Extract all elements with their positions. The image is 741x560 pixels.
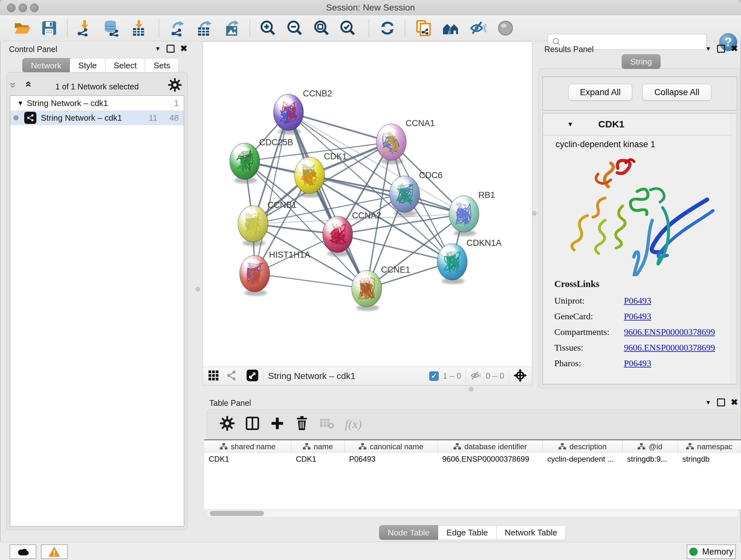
first-neighbors-button[interactable] xyxy=(442,19,460,37)
edge-HIST1H1A-CCNE1[interactable] xyxy=(255,273,367,289)
selected-checkbox[interactable]: ✓ xyxy=(429,371,439,381)
crosslink-link[interactable]: P06493 xyxy=(624,296,651,306)
node-RB1[interactable] xyxy=(449,196,479,232)
network-collection-row[interactable]: ▼ String Network – cdk1 1 xyxy=(10,96,184,111)
table-cell[interactable]: cyclin-dependent ... xyxy=(543,453,623,465)
crosslink-link[interactable]: P06493 xyxy=(624,358,651,368)
cloud-status-button[interactable] xyxy=(10,544,37,559)
network-list-icon[interactable] xyxy=(226,370,237,382)
node-CDC25B[interactable] xyxy=(230,143,260,179)
close-panel-icon[interactable]: ✖ xyxy=(731,399,738,406)
crosslink-link[interactable]: P06493 xyxy=(624,311,651,321)
splitter-handle[interactable] xyxy=(196,287,200,292)
warning-icon xyxy=(49,547,60,557)
edge-CCNA2-CDKN1A[interactable] xyxy=(338,234,452,262)
column-header-canonical-name[interactable]: canonical name xyxy=(345,440,438,453)
status-bar: Memory xyxy=(0,542,741,560)
table-cell[interactable]: stringdb xyxy=(678,453,741,465)
zoom-fit-button[interactable] xyxy=(313,19,331,37)
cdk1-header[interactable]: ▼ CDK1 xyxy=(543,113,737,135)
panel-menu-icon[interactable]: ▼ xyxy=(705,45,711,52)
show-graphics-details-button[interactable] xyxy=(496,19,515,37)
network-row[interactable]: String Network – cdk1 11 48 xyxy=(10,111,184,125)
clone-network-button[interactable] xyxy=(414,19,432,37)
hide-selected-button[interactable] xyxy=(469,19,487,37)
table-cell[interactable]: stringdb:9... xyxy=(623,453,678,465)
save-session-button[interactable] xyxy=(40,19,58,37)
table-row[interactable]: CDK1CDK1P064939606.ENSP00000378699cyclin… xyxy=(204,453,741,465)
table-hscrollbar[interactable] xyxy=(207,509,739,517)
close-panel-icon[interactable]: ✖ xyxy=(180,46,188,52)
column-header-name[interactable]: name xyxy=(291,440,345,453)
panel-menu-icon[interactable]: ▼ xyxy=(155,45,161,52)
show-columns-icon[interactable] xyxy=(246,416,259,432)
column-header-shared-name[interactable]: shared name xyxy=(204,440,291,453)
float-panel-icon[interactable] xyxy=(166,45,175,53)
tab-sets[interactable]: Sets xyxy=(145,58,179,73)
import-table-from-file-button[interactable] xyxy=(130,19,147,37)
open-session-button[interactable] xyxy=(13,19,30,37)
tab-node-table[interactable]: Node Table xyxy=(379,525,438,540)
grid-view-icon[interactable] xyxy=(208,370,219,382)
tree-expander-icon[interactable]: ▼ xyxy=(17,100,27,107)
panel-menu-icon[interactable]: ▼ xyxy=(705,399,711,406)
delete-column-trash-icon[interactable] xyxy=(295,416,309,432)
gear-icon[interactable] xyxy=(168,78,182,93)
zoom-out-button[interactable] xyxy=(286,19,304,37)
edge-CCNB2-HIST1H1A[interactable] xyxy=(255,112,288,273)
table-cell[interactable]: CDK1 xyxy=(204,453,291,465)
crosslink-link[interactable]: 9606.ENSP00000378699 xyxy=(624,343,715,353)
tab-style[interactable]: Style xyxy=(70,58,105,73)
collapse-entry-icon[interactable]: ▼ xyxy=(567,121,574,128)
birdseye-view-toggle[interactable] xyxy=(246,369,259,383)
float-panel-icon[interactable] xyxy=(717,45,725,53)
column-header-database-identifier[interactable]: database identifier xyxy=(438,440,543,453)
table-settings-gear-icon[interactable] xyxy=(220,416,234,432)
import-network-from-file-button[interactable] xyxy=(75,19,93,37)
float-panel-icon[interactable] xyxy=(717,398,725,407)
node-CDK1[interactable] xyxy=(294,157,325,193)
column-header-description[interactable]: description xyxy=(543,440,623,453)
pan-mode-icon[interactable] xyxy=(514,369,527,383)
memory-status-button[interactable]: Memory xyxy=(687,544,736,559)
hscrollbar-thumb[interactable] xyxy=(210,511,264,516)
node-CDKN1A[interactable] xyxy=(437,244,467,280)
column-header-namespac[interactable]: namespac xyxy=(678,440,741,453)
edge-CCNB2-CCNA1[interactable] xyxy=(288,112,391,142)
tab-network[interactable]: Network xyxy=(22,58,70,73)
warning-status-button[interactable] xyxy=(41,544,68,559)
crosslink-link[interactable]: 9606.ENSP00000378699 xyxy=(624,327,715,337)
splitter-handle[interactable] xyxy=(469,387,474,391)
tab-select[interactable]: Select xyxy=(105,58,145,73)
node-CCNE1[interactable] xyxy=(352,270,382,307)
collapse-all-button[interactable]: Collapse All xyxy=(643,84,711,101)
splitter-handle[interactable] xyxy=(532,211,536,215)
refresh-button[interactable] xyxy=(379,19,396,37)
import-network-from-database-button[interactable] xyxy=(102,19,120,37)
node-CCNA1[interactable] xyxy=(376,124,406,160)
tab-network-table[interactable]: Network Table xyxy=(496,525,566,540)
node-CCNB1[interactable] xyxy=(238,206,268,242)
node-CCNA2[interactable] xyxy=(323,216,353,253)
zoom-selected-button[interactable] xyxy=(339,19,357,37)
close-panel-icon[interactable]: ✖ xyxy=(731,46,738,52)
expand-all-button[interactable]: Expand All xyxy=(568,84,632,101)
edge-CCNB2-CCNE1[interactable] xyxy=(288,112,367,289)
export-network-button[interactable] xyxy=(169,19,186,37)
export-table-button[interactable] xyxy=(195,19,213,37)
table-cell[interactable]: P06493 xyxy=(345,453,438,465)
node-HIST1H1A[interactable] xyxy=(240,255,270,292)
control-panel-tabs: NetworkStyleSelectSets xyxy=(22,58,179,73)
tab-edge-table[interactable]: Edge Table xyxy=(438,525,496,540)
create-column-icon[interactable] xyxy=(270,416,284,432)
node-CCNB2[interactable] xyxy=(273,94,304,131)
export-image-button[interactable] xyxy=(223,19,241,37)
network-canvas[interactable]: CCNB2CCNA1CDC25BCDK1CDC6RB1CCNB1CCNA2CDK… xyxy=(203,42,532,367)
zoom-in-button[interactable] xyxy=(259,19,277,37)
node-CDC6[interactable] xyxy=(390,176,420,212)
table-cell[interactable]: CDK1 xyxy=(291,453,345,465)
column-header-@id[interactable]: @id xyxy=(623,440,678,453)
tab-string[interactable]: String xyxy=(622,54,661,69)
results-scrollbar[interactable] xyxy=(731,114,737,384)
table-cell[interactable]: 9606.ENSP00000378699 xyxy=(438,453,543,465)
